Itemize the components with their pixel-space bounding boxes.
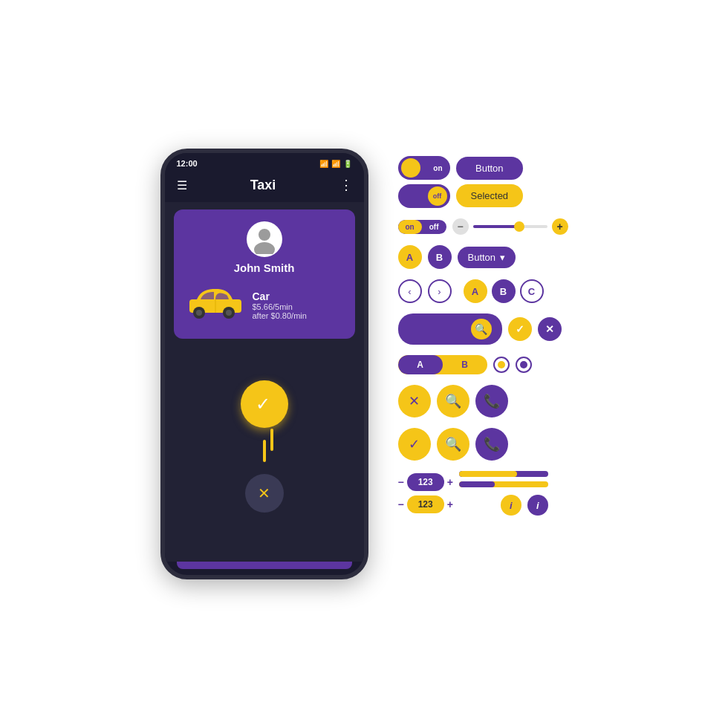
row-search-checkx: 🔍 ✓ ✕ (398, 313, 568, 345)
slider-minus-btn[interactable]: − (452, 218, 469, 235)
slider-control: − + (452, 218, 568, 235)
circle-a[interactable]: A (398, 245, 422, 269)
progress-track-1 (459, 471, 548, 477)
check-button[interactable]: ✓ (508, 317, 532, 341)
x-icon-btn-yellow[interactable]: ✕ (398, 385, 431, 417)
row-toggles-buttons: on off Button Selected (398, 156, 568, 208)
small-toggle-off[interactable]: off (422, 220, 446, 234)
slider-track[interactable] (473, 225, 547, 228)
stepper1-field[interactable]: 123 (407, 473, 444, 491)
toggle-on[interactable]: on (398, 156, 450, 180)
circle-c[interactable]: C (520, 279, 544, 303)
search-icon-btn-yellow2[interactable]: 🔍 (437, 428, 469, 461)
slider-thumb[interactable] (514, 221, 524, 232)
stepper2-plus[interactable]: + (447, 498, 453, 510)
row-icon-buttons2: ✓ 🔍 📞 (398, 428, 568, 461)
signal-icon: 📶 (331, 160, 340, 168)
stepper2-minus[interactable]: − (398, 498, 404, 510)
abc-group: A B C (464, 279, 544, 303)
cancel-button[interactable]: ✕ (245, 474, 284, 513)
progress-fill-2 (459, 481, 495, 487)
row-circles-dropdown: A B Button ▾ (398, 245, 568, 269)
circle-b[interactable]: B (428, 245, 452, 269)
primary-button[interactable]: Button (456, 157, 524, 180)
hamburger-icon[interactable]: ☰ (177, 178, 187, 192)
connector-line (263, 440, 266, 462)
status-bar: 12:00 📶 📶 🔋 (165, 153, 364, 171)
confirm-icon: ✓ (256, 394, 270, 415)
more-icon[interactable]: ⋮ (339, 177, 352, 193)
car-info: Car $5.66/5min after $0.80/min (186, 283, 343, 327)
nav-left-arrow[interactable]: ‹ (398, 279, 422, 303)
segmented-control: A B (398, 355, 487, 374)
toggle-off-knob: off (428, 186, 447, 206)
phone-icon-btn-purple2[interactable]: 📞 (475, 428, 508, 461)
wifi-icon: 📶 (319, 160, 328, 168)
app-header: ☰ Taxi ⋮ (165, 171, 364, 202)
confirm-button[interactable]: ✓ (241, 380, 288, 428)
toggle-column: on off (398, 156, 450, 208)
ui-kit-panel: on off Button Selected on off (398, 149, 568, 516)
row-segmented-radio: A B (398, 355, 568, 374)
circle-a2[interactable]: A (464, 279, 487, 303)
stepper2-field[interactable]: 123 (407, 495, 444, 513)
svg-point-4 (196, 310, 202, 316)
svg-point-1 (254, 242, 275, 254)
svg-point-0 (259, 229, 270, 241)
check-icon-btn-yellow[interactable]: ✓ (398, 428, 431, 461)
driver-card: John Smith (174, 209, 355, 339)
svg-point-6 (226, 310, 232, 316)
steppers-col: − 123 + − 123 + (398, 473, 453, 513)
app-title: Taxi (250, 178, 276, 193)
slider-plus-btn[interactable]: + (552, 218, 568, 235)
selected-button[interactable]: Selected (456, 184, 524, 207)
info-buttons-row: i i (501, 495, 548, 516)
clock: 12:00 (177, 159, 198, 168)
close-button[interactable]: ✕ (538, 317, 562, 341)
driver-name: John Smith (186, 261, 343, 274)
battery-icon: 🔋 (343, 160, 352, 168)
stepper-2: − 123 + (398, 495, 453, 513)
toggle-off[interactable]: off (398, 184, 450, 208)
car-price-line1: $5.66/5min (253, 302, 307, 311)
button-column: Button Selected (456, 157, 524, 207)
car-type: Car (253, 290, 307, 302)
main-container: 12:00 📶 📶 🔋 ☰ Taxi ⋮ (131, 119, 598, 609)
car-price-line2: after $0.80/min (253, 311, 307, 320)
search-icon[interactable]: 🔍 (471, 319, 492, 339)
radio-selected[interactable] (493, 357, 510, 373)
slider-fill (473, 225, 518, 228)
progress-fill-1 (459, 471, 517, 477)
progress-track-2 (459, 481, 548, 487)
car-svg (186, 283, 245, 320)
search-bar[interactable]: 🔍 (398, 313, 502, 345)
row-steppers-progress: − 123 + − 123 + (398, 471, 568, 516)
phone-mockup: 12:00 📶 📶 🔋 ☰ Taxi ⋮ (160, 149, 368, 579)
circle-b2[interactable]: B (492, 279, 516, 303)
progress-bars (459, 471, 548, 487)
seg-btn-b[interactable]: B (443, 355, 487, 374)
stepper1-minus[interactable]: − (398, 476, 404, 488)
dropdown-button[interactable]: Button ▾ (458, 247, 516, 268)
row-nav-abc: ‹ › A B C (398, 279, 568, 303)
search-icon-btn-yellow[interactable]: 🔍 (437, 385, 469, 417)
avatar (247, 221, 282, 257)
person-icon (250, 224, 279, 254)
small-toggle-on[interactable]: on (398, 220, 422, 234)
toggle-on-knob (401, 158, 420, 178)
info-btn-yellow[interactable]: i (501, 495, 521, 516)
status-icons: 📶 📶 🔋 (319, 160, 352, 168)
row-icon-buttons: ✕ 🔍 📞 (398, 385, 568, 417)
seg-btn-a[interactable]: A (398, 355, 443, 374)
car-icon (186, 283, 245, 327)
cancel-icon: ✕ (258, 484, 270, 502)
nav-right-arrow[interactable]: › (428, 279, 452, 303)
radio-unselected[interactable] (516, 357, 532, 373)
phone-bottom-bar (177, 562, 352, 569)
small-toggle-group: on off (398, 220, 446, 234)
phone-icon-btn-purple[interactable]: 📞 (475, 385, 508, 417)
phone-content: John Smith (165, 202, 364, 562)
stepper1-plus[interactable]: + (447, 476, 453, 488)
row-small-toggles-slider: on off − + (398, 218, 568, 235)
info-btn-purple[interactable]: i (527, 495, 548, 516)
